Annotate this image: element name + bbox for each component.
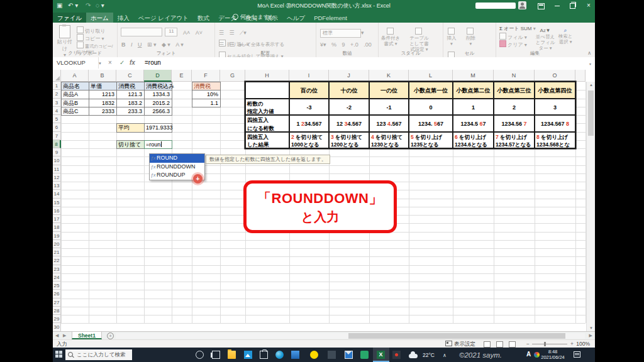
- font-color-icon[interactable]: A ▾: [175, 41, 184, 48]
- align-top-icon[interactable]: ☰: [219, 30, 224, 36]
- conditional-formatting-button[interactable]: 条件付き書式 ▾: [380, 28, 401, 47]
- row-header-25[interactable]: 25: [53, 282, 61, 290]
- font-size-select[interactable]: 11: [165, 28, 177, 36]
- insert-function-icon[interactable]: fx: [130, 57, 135, 69]
- sheet-nav-right-icon[interactable]: ▶: [63, 332, 66, 339]
- page-break-view-icon[interactable]: [509, 341, 516, 348]
- col-header-H[interactable]: H: [245, 70, 289, 82]
- sort-filter-button[interactable]: AZ▼並べ替えとフィルター ▾: [535, 28, 556, 51]
- tray-expand-icon[interactable]: ∧: [443, 353, 447, 358]
- cell-D8[interactable]: =roun: [144, 140, 172, 149]
- row-header-3[interactable]: 3: [53, 99, 61, 107]
- cell-B4[interactable]: 2333: [89, 107, 117, 116]
- cell-C3[interactable]: 183.2: [116, 99, 145, 107]
- underline-button[interactable]: U: [138, 41, 142, 48]
- shrink-font-icon[interactable]: A˅: [196, 30, 203, 36]
- row-header-10[interactable]: 10: [53, 156, 61, 165]
- close-icon[interactable]: ×: [584, 0, 594, 11]
- comma-icon[interactable]: 9: [341, 41, 345, 48]
- minimize-icon[interactable]: [552, 0, 562, 11]
- cell-A4[interactable]: 商品C: [61, 107, 89, 116]
- italic-button[interactable]: I: [131, 41, 133, 48]
- cell-D4[interactable]: 2566.3: [144, 107, 172, 116]
- row-header-15[interactable]: 15: [53, 199, 61, 207]
- align-center-icon[interactable]: ☰: [230, 41, 235, 48]
- format-as-table-button[interactable]: テーブルとして書式設定 ▾: [407, 28, 431, 52]
- scroll-down-icon[interactable]: ▼: [587, 326, 595, 330]
- add-sheet-icon[interactable]: +: [107, 332, 114, 339]
- col-header-partial[interactable]: [575, 70, 586, 82]
- number-format-select[interactable]: 標準: [320, 29, 361, 38]
- autocomplete-item-ROUNDDOWN[interactable]: ƒxROUNDDOWN: [150, 163, 204, 172]
- taskbar-clock[interactable]: 8:48 2021/06/24: [540, 349, 565, 360]
- align-left-icon[interactable]: ☰: [219, 41, 224, 48]
- row-header-23[interactable]: 23: [53, 265, 61, 273]
- row-header-27[interactable]: 27: [53, 299, 61, 307]
- weather-icon[interactable]: [409, 354, 418, 358]
- cell-D3[interactable]: 2015.2: [144, 99, 172, 107]
- row-header-12[interactable]: 12: [53, 173, 61, 182]
- zoom-slider-knob[interactable]: [544, 342, 546, 346]
- vertical-scroll-thumb[interactable]: [588, 90, 594, 136]
- borders-icon[interactable]: ⊞ ▾: [147, 41, 157, 48]
- decrease-decimal-icon[interactable]: .00: [364, 41, 372, 48]
- cell-C8[interactable]: 切り捨て: [116, 140, 145, 149]
- col-header-N[interactable]: N: [494, 70, 535, 82]
- cell-A3[interactable]: 商品B: [61, 99, 89, 107]
- cell-D6[interactable]: 1971.9333: [144, 123, 172, 132]
- row-header-4[interactable]: 4: [53, 107, 61, 115]
- col-header-L[interactable]: L: [409, 70, 453, 82]
- row-header-22[interactable]: 22: [53, 256, 61, 265]
- orientation-icon[interactable]: ⟋▾: [240, 30, 247, 36]
- col-header-F[interactable]: F: [192, 70, 220, 82]
- indent-icon[interactable]: ⇤⇥: [240, 41, 249, 48]
- row-header-18[interactable]: 18: [53, 223, 61, 231]
- row-header-26[interactable]: 26: [53, 290, 61, 298]
- row-header-19[interactable]: 19: [53, 232, 61, 240]
- blue-app-icon[interactable]: [291, 351, 299, 359]
- zoom-percentage[interactable]: 100%: [576, 341, 590, 347]
- row-header-5[interactable]: 5: [53, 115, 61, 123]
- row-header-8[interactable]: 8: [53, 140, 61, 148]
- grow-font-icon[interactable]: A˄: [183, 30, 190, 36]
- excel-taskbar-active[interactable]: X: [373, 348, 389, 362]
- photos-icon[interactable]: [244, 351, 252, 359]
- col-header-J[interactable]: J: [329, 70, 369, 82]
- hscroll-right-icon[interactable]: ▶: [589, 332, 592, 339]
- notification-center-icon[interactable]: [574, 351, 580, 358]
- name-box[interactable]: VLOOKUP: [53, 57, 99, 69]
- mail-icon[interactable]: [345, 351, 353, 359]
- row-header-11[interactable]: 11: [53, 165, 61, 173]
- row-header-14[interactable]: 14: [53, 190, 61, 198]
- cell-C4[interactable]: 233.3: [116, 107, 145, 116]
- find-select-button[interactable]: ⌕検索と選択 ▾: [557, 28, 574, 45]
- col-header-I[interactable]: I: [289, 70, 329, 82]
- cell-C1[interactable]: 消費税: [116, 82, 145, 90]
- insert-cells-button[interactable]: 挿入▾: [445, 28, 458, 47]
- zoom-out-icon[interactable]: −: [526, 341, 530, 347]
- collapse-ribbon-icon[interactable]: ∧: [587, 50, 591, 56]
- row-header-1[interactable]: 1: [53, 82, 61, 90]
- scroll-up-icon[interactable]: ▲: [587, 83, 595, 87]
- fill-color-icon[interactable]: ◆ ▾: [162, 41, 170, 48]
- row-header-20[interactable]: 20: [53, 240, 61, 248]
- col-header-G[interactable]: G: [220, 70, 245, 82]
- formula-input[interactable]: =roun: [145, 57, 161, 69]
- edge-icon[interactable]: [275, 351, 284, 359]
- currency-icon[interactable]: ¥▾: [320, 41, 326, 48]
- col-header-K[interactable]: K: [369, 70, 409, 82]
- normal-view-icon[interactable]: [484, 341, 491, 348]
- sheet-tab-sheet1[interactable]: Sheet1: [72, 332, 102, 339]
- cell-B3[interactable]: 1832: [89, 99, 117, 107]
- enter-icon[interactable]: ✓: [119, 57, 125, 69]
- tray-color-icon[interactable]: [534, 352, 540, 358]
- name-box-dropdown-icon[interactable]: ▼: [98, 62, 102, 65]
- green-app-icon[interactable]: [360, 351, 369, 359]
- col-header-O[interactable]: O: [535, 70, 575, 82]
- cortana-icon[interactable]: [196, 351, 204, 359]
- row-header-28[interactable]: 28: [53, 307, 61, 315]
- col-header-A[interactable]: A: [61, 70, 89, 82]
- cell-A2[interactable]: 商品A: [61, 90, 89, 99]
- zoom-in-icon[interactable]: +: [570, 341, 574, 347]
- delete-cells-button[interactable]: 削除▾: [464, 28, 477, 47]
